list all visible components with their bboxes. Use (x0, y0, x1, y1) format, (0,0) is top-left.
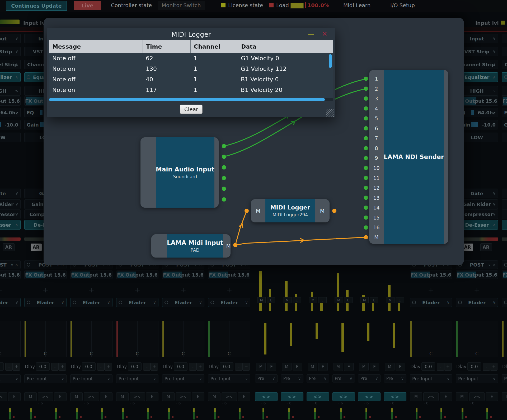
mixer-button[interactable]: De-Esser∧ (0, 220, 21, 230)
efader-button[interactable]: Efader∨ (162, 298, 204, 307)
efader-button[interactable]: Efader∨ (502, 298, 507, 307)
delay-plus-button[interactable]: + (151, 363, 158, 371)
strip-mini-button[interactable]: E (370, 297, 378, 303)
strip-mini-button[interactable]: M (502, 392, 507, 401)
io-setup-button[interactable]: I/O Setup (390, 0, 415, 11)
mixer-button[interactable]: De-Esser∧ (502, 220, 507, 230)
strip-mini-button[interactable]: E (146, 392, 158, 401)
monitor-switch-button[interactable]: Monitor Switch (158, 1, 205, 10)
strip-mini-button[interactable]: M (162, 392, 175, 401)
slider-handle[interactable] (471, 122, 478, 127)
strip-mini-button[interactable]: M (410, 392, 422, 401)
delay-minus-button[interactable]: - (189, 363, 196, 371)
mixer-button[interactable]: LOW (0, 133, 21, 142)
delay-value[interactable]: 0.0 (36, 362, 50, 371)
efader-button[interactable]: Efader∨ (70, 298, 112, 307)
strip-mini-button[interactable]: E (396, 363, 405, 371)
strip-mini-button[interactable]: M (70, 392, 83, 401)
slider-handle[interactable] (471, 110, 474, 115)
slider-handle[interactable] (40, 110, 43, 115)
mixer-button[interactable]: Equalizer∧ (502, 72, 507, 82)
pre-input-select[interactable]: Pre Input∨ (410, 374, 452, 383)
pre-input-select[interactable]: Pre Input∨ (116, 374, 158, 383)
strip-mini-button[interactable]: E (293, 363, 302, 371)
efader-button[interactable]: Efader∨ (116, 298, 158, 307)
pre-input-select[interactable]: Pre Input∨ (456, 374, 498, 383)
fx-output-button[interactable]: FX Output 15.6 (162, 270, 204, 279)
strip-mini-button[interactable]: E (344, 297, 353, 303)
add-effect-button[interactable]: + (24, 284, 67, 295)
strip-mini-button[interactable]: M (309, 297, 317, 303)
strip-mini-button[interactable]: E (267, 297, 275, 303)
live-button[interactable]: Live (74, 1, 101, 10)
strip-mini-button[interactable]: E (344, 363, 354, 371)
mixer-button[interactable]: HIGH∿ (502, 86, 507, 96)
strip-mini-button[interactable]: >< (176, 392, 191, 401)
delay-plus-button[interactable]: + (105, 363, 112, 371)
mixer-button[interactable]: -10.0Gain (502, 120, 507, 129)
strip-mini-button[interactable]: E (318, 297, 327, 303)
xy-pad[interactable]: C (162, 321, 204, 357)
strip-mini-button[interactable]: M (208, 392, 220, 401)
delay-value[interactable]: 0.0 (467, 362, 481, 371)
delay-plus-button[interactable]: + (13, 363, 20, 371)
delay-value[interactable]: 0.0 (0, 362, 4, 371)
strip-mini-button[interactable]: >< (222, 392, 237, 401)
delay-plus-button[interactable]: + (444, 363, 452, 371)
strip-mini-button[interactable]: E (54, 392, 67, 401)
strip-mini-button[interactable]: M (385, 363, 395, 371)
strip-mini-button[interactable]: >< (469, 392, 485, 401)
mixer-button[interactable]: 64.0hzEQ (502, 108, 507, 117)
efader-button[interactable]: Efader∨ (410, 298, 452, 307)
fx-output-button[interactable]: FX Output 15.6 (70, 270, 112, 279)
stereo-link-button[interactable]: <> (255, 392, 278, 401)
close-button[interactable]: ✕ (321, 30, 329, 38)
xy-pad[interactable]: C (410, 321, 452, 357)
mixer-button[interactable]: Gain Rider∨ (0, 199, 21, 209)
stereo-link-button[interactable]: <> (332, 392, 355, 401)
continues-update-button[interactable]: Continues Update (6, 1, 67, 11)
xy-pad[interactable]: C (208, 321, 250, 357)
node-main-audio-input[interactable]: Main Audio Input Soundcard 123456 (140, 137, 219, 208)
xy-pad[interactable]: C (116, 321, 158, 357)
add-effect-button[interactable]: + (162, 284, 204, 295)
strip-mini-button[interactable]: E (318, 363, 328, 371)
mixer-button[interactable]: Input∨ (0, 34, 21, 43)
strip-mini-button[interactable]: >< (130, 392, 145, 401)
xy-pad[interactable]: C (502, 321, 507, 357)
fx-output-button[interactable]: FX Output 15.6 (456, 270, 498, 279)
strip-mini-button[interactable]: >< (0, 392, 7, 401)
strip-mini-button[interactable]: M (256, 363, 266, 371)
strip-mini-button[interactable]: M (283, 297, 292, 303)
strip-mini-button[interactable]: M (386, 297, 395, 303)
mixer-button[interactable]: VST Strip∨ (0, 47, 21, 56)
mixer-button[interactable]: Equalizer∧ (0, 72, 21, 82)
pre-input-select[interactable]: Pre Input∨ (0, 374, 21, 383)
delay-plus-button[interactable]: + (196, 363, 204, 371)
strip-mini-button[interactable]: M (116, 392, 129, 401)
mixer-button[interactable]: Input∨ (502, 34, 507, 43)
pre-input-select[interactable]: Pre Input∨ (24, 374, 67, 383)
delay-plus-button[interactable]: + (242, 363, 250, 371)
xy-pad[interactable]: C (70, 321, 112, 357)
efader-button[interactable]: Efader∨ (24, 298, 67, 307)
strip-mini-button[interactable]: M (24, 392, 37, 401)
stereo-link-button[interactable]: <> (358, 392, 381, 401)
strip-mini-button[interactable]: M (282, 363, 292, 371)
strip-mini-button[interactable]: M (308, 363, 317, 371)
delay-minus-button[interactable]: - (437, 363, 444, 371)
ar-button[interactable]: AR (480, 243, 492, 251)
strip-mini-button[interactable]: E (267, 363, 276, 371)
add-effect-button[interactable]: + (456, 284, 498, 295)
delay-plus-button[interactable]: + (490, 363, 497, 371)
fx-output-button[interactable]: FX Output 15.6 (410, 270, 452, 279)
strip-mini-button[interactable]: E (370, 363, 379, 371)
midi-learn-button[interactable]: Midi Learn (343, 0, 370, 11)
add-effect-button[interactable]: + (0, 284, 21, 295)
mixer-button[interactable]: -10.0Gain (0, 120, 21, 129)
add-effect-button[interactable]: + (410, 284, 452, 295)
mixer-button[interactable]: FX Output 15.6 (0, 96, 21, 106)
delay-value[interactable]: 0.0 (82, 362, 96, 371)
strip-mini-button[interactable]: E (293, 297, 301, 303)
pre-input-select[interactable]: Pre Input∨ (502, 374, 507, 383)
